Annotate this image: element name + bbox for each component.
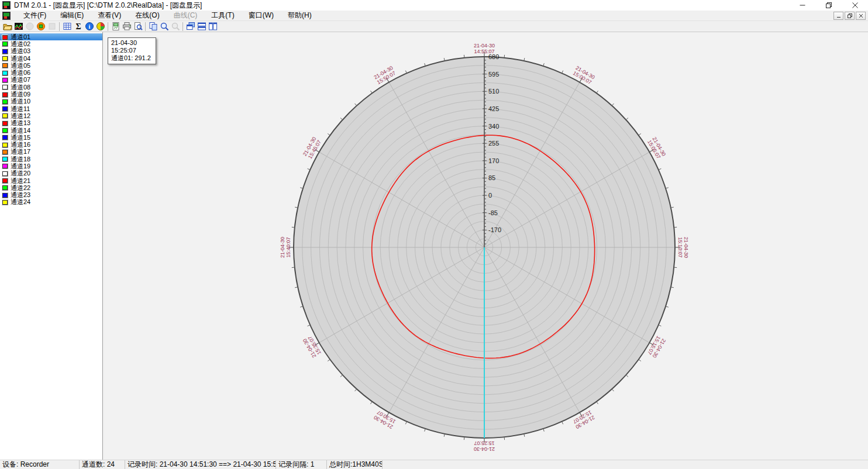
title-bar: DTM 2.0.1 - [圆盘显示] [C:\DTM 2.0.2\RealDat… [0, 0, 868, 11]
radial-axis-label: -170 [488, 226, 501, 233]
menu-item-1[interactable]: 编辑(E) [53, 10, 91, 21]
tooltip-date: 21-04-30 [111, 39, 151, 47]
channel-color-swatch [2, 156, 8, 162]
main-content: 通道01通道02通道03通道04通道05通道06通道07通道08通道09通道10… [0, 32, 868, 460]
channel-color-swatch [2, 192, 8, 198]
angle-tick [464, 437, 464, 440]
copy-icon[interactable] [147, 22, 159, 32]
record-stop-icon[interactable] [35, 22, 46, 32]
mdi-minimize-button[interactable] [833, 12, 843, 20]
polar-chart[interactable]: 680595510425340255170850-85-17021-04-301… [103, 32, 867, 460]
export-icon[interactable] [110, 22, 121, 32]
svg-text:i: i [88, 23, 90, 30]
angle-tick [340, 118, 343, 120]
time-label-group: 21-04-3014:55:07 [474, 43, 495, 54]
angle-tick [597, 91, 598, 93]
angle-tick [562, 422, 563, 425]
minimize-button[interactable] [789, 0, 815, 11]
mdi-restore-button[interactable] [845, 12, 855, 20]
angle-tick [612, 104, 614, 106]
time-label-date: 21-04-30 [683, 237, 689, 258]
channel-color-swatch [2, 49, 8, 54]
time-label-group: 21-04-3015:25:07 [474, 440, 495, 452]
toolbar: Σi [0, 21, 868, 32]
cascade-windows-icon[interactable] [185, 22, 196, 32]
tile-horizontal-icon[interactable] [196, 22, 207, 32]
channel-item-通道24[interactable]: 通道24 [0, 199, 102, 206]
channel-color-swatch [2, 135, 8, 140]
open-file-icon[interactable] [2, 22, 13, 32]
pause-icon [46, 22, 57, 32]
status-panel-1: 通道数: 24 [80, 460, 125, 469]
toolbar-separator [108, 22, 108, 31]
status-panel-3: 记录间隔: 1 [276, 460, 327, 469]
angle-tick [464, 55, 464, 58]
radial-axis-label: -85 [488, 209, 498, 216]
data-table-icon[interactable] [61, 22, 73, 32]
channel-color-swatch [2, 70, 8, 76]
angle-tick [292, 227, 295, 227]
channel-color-swatch [2, 178, 8, 184]
close-button[interactable] [842, 0, 868, 11]
tooltip-channel-value: 通道01: 291.2 [111, 54, 151, 62]
toolbar-separator [59, 22, 60, 31]
tooltip-time: 15:25:07 [111, 47, 151, 54]
angle-tick [562, 71, 563, 74]
angle-tick [626, 118, 628, 120]
time-label-date: 21-04-30 [474, 43, 495, 49]
angle-tick [639, 360, 641, 361]
time-label-group: 21-04-3015:40:07 [280, 237, 291, 258]
status-panel-2: 记录时间: 21-04-30 14:51:30 ==> 21-04-30 15:… [125, 460, 276, 469]
channel-list: 通道01通道02通道03通道04通道05通道06通道07通道08通道09通道10… [0, 32, 103, 460]
tile-vertical-icon[interactable] [207, 22, 218, 32]
channel-color-swatch [2, 84, 8, 90]
pie-chart-icon[interactable] [95, 22, 106, 32]
time-label-time: 14:55:07 [474, 49, 494, 54]
channel-color-swatch [2, 106, 8, 112]
menu-item-3[interactable]: 在线(O) [128, 10, 166, 21]
record-idle-icon [24, 22, 35, 32]
angle-tick [370, 402, 372, 404]
time-label-date: 21-04-30 [280, 237, 285, 258]
print-icon[interactable] [121, 22, 132, 32]
zoom-icon[interactable] [159, 22, 170, 32]
channel-color-swatch [2, 127, 8, 133]
channel-color-swatch [2, 63, 8, 68]
channel-color-swatch [2, 92, 8, 98]
angle-tick [626, 375, 628, 377]
angle-tick [659, 325, 662, 326]
angle-tick [292, 267, 295, 268]
menu-item-5[interactable]: 工具(T) [204, 10, 241, 21]
radial-axis-label: 85 [488, 174, 495, 181]
mdi-child-icon [2, 12, 11, 20]
print-preview-icon[interactable] [132, 22, 143, 32]
radial-axis-label: 340 [488, 123, 499, 130]
realtime-curve-icon[interactable] [13, 22, 24, 32]
time-label-time: 15:40:07 [285, 237, 291, 257]
angle-tick [674, 227, 677, 227]
polar-chart-area[interactable]: 680595510425340255170850-85-17021-04-301… [103, 32, 868, 460]
menu-item-6[interactable]: 窗口(W) [242, 10, 281, 21]
angle-tick [612, 389, 614, 391]
time-label-group: 21-04-3015:10:07 [677, 237, 689, 258]
menu-item-7[interactable]: 帮助(H) [281, 10, 319, 21]
channel-color-swatch [2, 199, 8, 205]
angle-tick [340, 375, 343, 377]
restore-button[interactable] [815, 0, 842, 11]
angle-tick [597, 402, 598, 404]
channel-color-swatch [2, 171, 8, 177]
info-icon[interactable]: i [84, 22, 95, 32]
angle-tick [328, 133, 330, 135]
menu-item-2[interactable]: 查看(V) [91, 10, 128, 21]
radial-axis-label: 595 [488, 71, 499, 78]
app-icon [2, 1, 11, 9]
angle-tick [370, 91, 372, 93]
radial-axis-label: 510 [488, 88, 499, 95]
statistics-icon[interactable]: Σ [73, 22, 84, 32]
mdi-close-button[interactable] [856, 12, 866, 20]
value-tooltip: 21-04-30 15:25:07 通道01: 291.2 [108, 37, 156, 64]
channel-color-swatch [2, 41, 8, 47]
radial-axis-label: 255 [488, 140, 499, 147]
menu-item-0[interactable]: 文件(F) [16, 10, 53, 21]
radial-axis-label: 425 [488, 105, 499, 112]
